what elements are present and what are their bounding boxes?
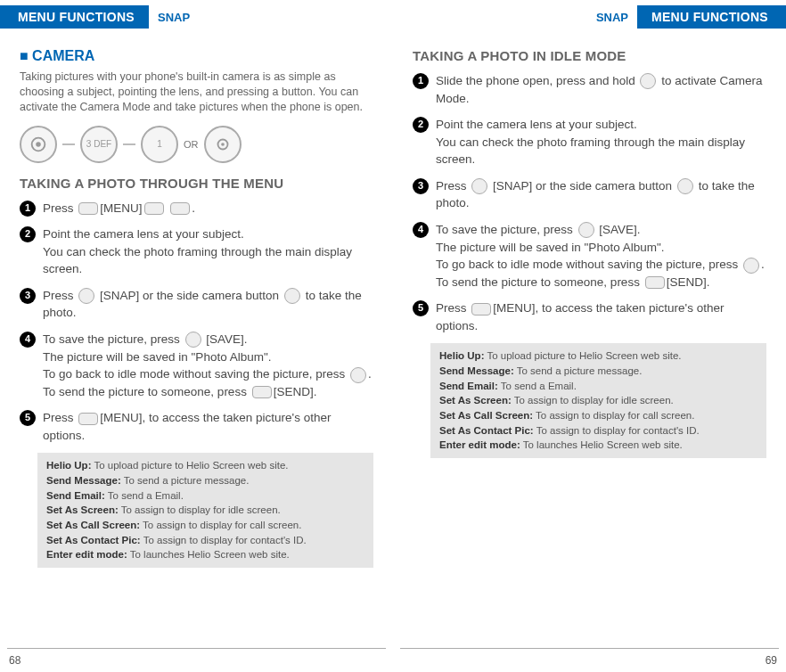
step-number: 2: [413, 117, 429, 133]
snap-label: SNAP: [596, 11, 628, 24]
page-left: MENU FUNCTIONS SNAP ■ CAMERA Taking pict…: [0, 0, 393, 672]
intro-text: Taking pictures with your phone's built-…: [20, 70, 373, 115]
step-number: 4: [20, 332, 36, 348]
section-camera: ■ CAMERA: [20, 48, 373, 64]
footer-rule: [400, 648, 779, 649]
side-camera-icon: [284, 288, 300, 304]
step-number: 1: [20, 201, 36, 217]
key-1-icon: 1: [141, 126, 178, 163]
options-box-right: Helio Up: To upload picture to Helio Scr…: [430, 343, 766, 458]
step-number: 3: [20, 288, 36, 304]
page-number: 68: [9, 654, 20, 667]
side-camera-icon: [640, 73, 656, 89]
key-3-icon: 3 DEF: [80, 126, 118, 163]
step-text: Press [SNAP] or the side camera button t…: [436, 177, 766, 212]
options-box-left: Helio Up: To upload picture to Helio Scr…: [37, 453, 373, 568]
ok-key-icon: [78, 413, 98, 425]
connector-icon: [123, 143, 135, 145]
header-left: MENU FUNCTIONS SNAP: [0, 5, 373, 29]
page-right: SNAP MENU FUNCTIONS TAKING A PHOTO IN ID…: [393, 0, 786, 672]
snap-label: SNAP: [158, 11, 190, 24]
step-number: 4: [413, 222, 429, 238]
step-text: Press [MENU] .: [43, 200, 373, 217]
camera-key-icon: [578, 222, 594, 238]
step-number: 3: [413, 178, 429, 194]
key-icon: [170, 202, 190, 215]
step-text: Press [MENU], to access the taken pictur…: [436, 299, 766, 334]
svg-point-1: [36, 142, 41, 147]
step-text: Press [MENU], to access the taken pictur…: [43, 409, 373, 444]
step-text: Point the camera lens at your subject.Yo…: [43, 225, 373, 278]
step-text: To save the picture, press [SAVE].The pi…: [43, 331, 373, 400]
step-number: 1: [413, 73, 429, 89]
step-number: 2: [20, 226, 36, 242]
subheading-idle: TAKING A PHOTO IN IDLE MODE: [413, 48, 766, 63]
ok-key-icon: [78, 202, 98, 215]
camera-key-icon: [185, 332, 201, 348]
ok-key-icon: [471, 303, 491, 316]
step-text: Point the camera lens at your subject.Yo…: [436, 116, 766, 168]
connector-icon: [62, 143, 75, 145]
footer-rule: [7, 648, 386, 649]
svg-point-3: [221, 143, 225, 146]
header-right: SNAP MENU FUNCTIONS: [413, 5, 786, 29]
button-sequence: 3 DEF 1 OR: [20, 126, 373, 163]
step-number: 5: [413, 300, 429, 316]
steps-left: 1 Press [MENU] . 2 Point the camera lens…: [20, 200, 373, 445]
step-text: Press [SNAP] or the side camera button t…: [43, 287, 373, 322]
back-key-icon: [350, 367, 366, 383]
step-text: To save the picture, press [SAVE].The pi…: [436, 221, 766, 291]
or-label: OR: [184, 139, 199, 150]
menu-functions-tab: MENU FUNCTIONS: [0, 5, 149, 29]
camera-key-icon: [471, 178, 487, 194]
camera-key-icon: [78, 288, 94, 304]
side-camera-icon: [204, 126, 242, 163]
send-key-icon: [252, 386, 272, 398]
subheading-menu: TAKING A PHOTO THROUGH THE MENU: [20, 176, 373, 191]
ok-key-icon: [20, 126, 57, 163]
side-camera-icon: [677, 178, 693, 194]
back-key-icon: [743, 258, 759, 274]
send-key-icon: [645, 276, 665, 289]
step-number: 5: [20, 410, 36, 426]
menu-functions-tab: MENU FUNCTIONS: [637, 5, 786, 29]
key-icon: [144, 202, 164, 215]
step-text: Slide the phone open, press and hold to …: [436, 72, 766, 107]
page-number: 69: [766, 654, 777, 667]
steps-right: 1 Slide the phone open, press and hold t…: [413, 72, 766, 334]
